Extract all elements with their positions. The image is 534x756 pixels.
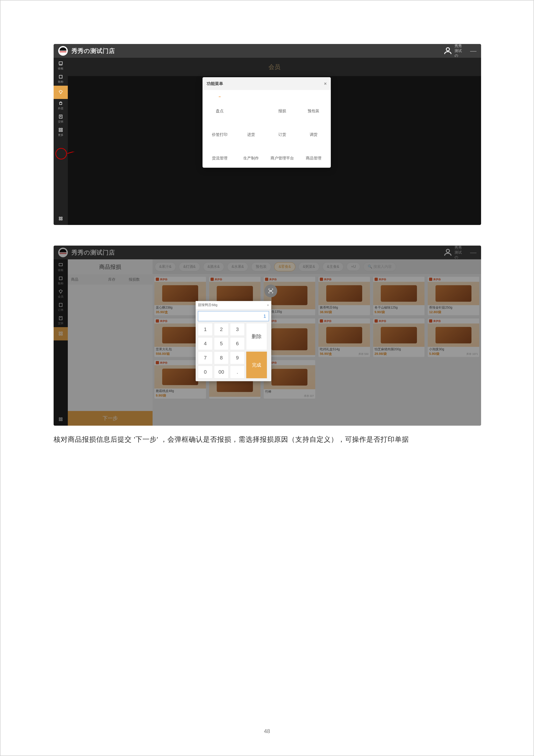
numpad: 甜辣鸭舌68g × 1 1 2 3 删除 4 5 6 7 8 9 完成 0 00… — [196, 301, 271, 381]
sidebar-item[interactable]: 散称 — [54, 72, 68, 86]
svg-point-18 — [249, 127, 250, 128]
menu-item-merchant[interactable]: 商户管理平台 — [267, 142, 297, 161]
app-title: 秀秀の测试门店 — [71, 47, 115, 55]
user-name: 秀秀测试の — [455, 44, 463, 58]
sidebar-item[interactable]: 收银 — [54, 59, 68, 72]
titlebar: 秀秀の测试门店 秀秀测试の — — [54, 44, 481, 58]
apps-icon[interactable] — [58, 216, 63, 222]
svg-rect-2 — [59, 75, 62, 78]
menu-item-products[interactable]: 商品管理 — [299, 142, 329, 161]
sidebar-item-more[interactable]: 更多 — [54, 125, 68, 139]
svg-rect-5 — [61, 128, 63, 130]
modal-title: 功能菜单 — [207, 81, 223, 86]
svg-rect-6 — [59, 130, 61, 132]
key-delete[interactable]: 删除 — [246, 323, 267, 350]
key-4[interactable]: 4 — [198, 337, 213, 350]
svg-point-24 — [222, 149, 224, 151]
sidebar-item[interactable]: 外卖 — [54, 99, 68, 112]
caption-text: 核对商品报损信息后提交 '下一步' ，会弹框确认是否报损，需选择报损原因（支持自… — [54, 434, 481, 445]
truck-icon — [214, 142, 226, 153]
user-icon — [443, 46, 453, 56]
cash-register-icon — [58, 61, 63, 66]
key-dot[interactable]: . — [230, 365, 245, 378]
sidebar-item-active[interactable] — [54, 86, 68, 99]
numpad-title: 甜辣鸭舌68g — [198, 303, 217, 307]
svg-point-0 — [446, 48, 449, 51]
menu-item-transfer[interactable]: 调货 — [299, 118, 329, 137]
bag-icon — [308, 142, 319, 153]
svg-rect-1 — [59, 62, 63, 65]
svg-point-23 — [217, 149, 218, 151]
key-7[interactable]: 7 — [198, 351, 213, 364]
cube-icon — [308, 94, 319, 106]
modal-header: 功能菜单 × — [202, 77, 331, 90]
key-00[interactable]: 00 — [214, 365, 228, 378]
menu-item-order[interactable]: 订货 — [267, 118, 297, 137]
svg-point-19 — [253, 127, 254, 128]
takeout-icon — [58, 101, 63, 106]
user-chip[interactable]: 秀秀测试の — [443, 44, 463, 58]
numpad-display[interactable]: 1 — [198, 311, 269, 321]
key-5[interactable]: 5 — [214, 337, 228, 350]
svg-rect-9 — [61, 217, 62, 218]
barcode-scan-button[interactable] — [264, 284, 277, 297]
menu-item[interactable] — [236, 94, 266, 114]
close-button[interactable]: × — [267, 303, 269, 307]
svg-rect-7 — [61, 130, 63, 132]
key-8[interactable]: 8 — [214, 351, 228, 364]
key-2[interactable]: 2 — [214, 323, 228, 336]
minimize-button[interactable]: — — [470, 47, 476, 55]
menu-item-damage[interactable]: 报损 — [267, 94, 297, 114]
sidebar: 收银 散称 外卖 交班 更多 — [54, 58, 68, 225]
svg-rect-10 — [59, 219, 60, 220]
printer-icon — [214, 118, 226, 130]
page-number: 48 — [264, 728, 270, 735]
scale-icon — [58, 74, 63, 79]
close-button[interactable]: × — [324, 81, 327, 86]
shift-icon — [58, 114, 63, 119]
wrench-icon — [245, 142, 257, 153]
svg-rect-25 — [279, 146, 286, 151]
svg-rect-16 — [218, 120, 222, 122]
menu-item-logistics[interactable]: 货流管理 — [205, 142, 235, 161]
function-menu-modal: 功能菜单 × 盘点 报损 预包装 — [202, 77, 331, 168]
app-logo-icon — [58, 46, 68, 56]
menu-item-purchase[interactable]: 进货 — [236, 118, 266, 137]
screenshot-damage-entry: 秀秀の测试门店 秀秀测试の — 收银 散称 会员 订单 交班 商品报损 商品 库… — [54, 246, 481, 426]
svg-rect-22 — [215, 146, 221, 149]
menu-item-inventory[interactable]: 盘点 — [205, 94, 235, 114]
store-icon — [277, 142, 288, 153]
svg-rect-21 — [309, 121, 318, 127]
grid-icon — [58, 127, 63, 132]
key-0[interactable]: 0 — [198, 365, 213, 378]
svg-rect-11 — [61, 219, 62, 220]
menu-item-production[interactable]: 生产制作 — [236, 142, 266, 161]
key-1[interactable]: 1 — [198, 323, 213, 336]
annotation-circle — [55, 148, 67, 159]
key-done[interactable]: 完成 — [246, 351, 267, 378]
sidebar-item[interactable]: 交班 — [54, 112, 68, 125]
key-6[interactable]: 6 — [230, 337, 245, 350]
menu-item-prepack[interactable]: 预包装 — [299, 94, 329, 114]
diamond-icon — [58, 90, 63, 94]
transfer-icon — [308, 118, 319, 130]
key-3[interactable]: 3 — [230, 323, 245, 336]
cart-icon — [245, 118, 257, 130]
trash-icon — [277, 94, 288, 106]
svg-rect-8 — [59, 217, 60, 218]
screenshot-function-menu: 秀秀の测试门店 秀秀测试の — 会员 收银 散称 — [54, 44, 481, 225]
menu-item-print[interactable]: 价签打印 — [205, 118, 235, 137]
numpad-header: 甜辣鸭舌68g × — [196, 301, 271, 309]
receipt-icon — [277, 118, 288, 130]
key-9[interactable]: 9 — [230, 351, 245, 364]
clipboard-icon — [214, 94, 226, 106]
svg-rect-4 — [59, 128, 61, 130]
box-open-icon — [245, 94, 257, 106]
barcode-icon — [268, 288, 274, 294]
svg-point-14 — [220, 101, 223, 104]
